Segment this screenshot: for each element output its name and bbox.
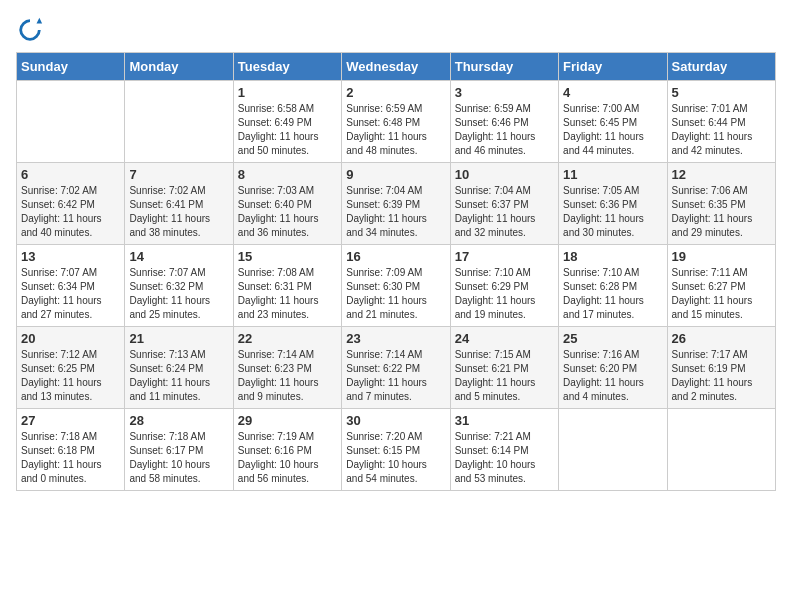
calendar-cell: 12Sunrise: 7:06 AM Sunset: 6:35 PM Dayli… xyxy=(667,163,775,245)
calendar-cell xyxy=(17,81,125,163)
day-info: Sunrise: 7:19 AM Sunset: 6:16 PM Dayligh… xyxy=(238,430,337,486)
day-info: Sunrise: 7:10 AM Sunset: 6:29 PM Dayligh… xyxy=(455,266,554,322)
calendar-cell: 11Sunrise: 7:05 AM Sunset: 6:36 PM Dayli… xyxy=(559,163,667,245)
calendar-cell: 19Sunrise: 7:11 AM Sunset: 6:27 PM Dayli… xyxy=(667,245,775,327)
day-number: 7 xyxy=(129,167,228,182)
calendar-cell: 15Sunrise: 7:08 AM Sunset: 6:31 PM Dayli… xyxy=(233,245,341,327)
day-number: 10 xyxy=(455,167,554,182)
calendar-cell: 7Sunrise: 7:02 AM Sunset: 6:41 PM Daylig… xyxy=(125,163,233,245)
day-number: 15 xyxy=(238,249,337,264)
calendar-cell: 5Sunrise: 7:01 AM Sunset: 6:44 PM Daylig… xyxy=(667,81,775,163)
weekday-header-monday: Monday xyxy=(125,53,233,81)
day-number: 2 xyxy=(346,85,445,100)
calendar-cell: 26Sunrise: 7:17 AM Sunset: 6:19 PM Dayli… xyxy=(667,327,775,409)
calendar-cell: 18Sunrise: 7:10 AM Sunset: 6:28 PM Dayli… xyxy=(559,245,667,327)
day-number: 28 xyxy=(129,413,228,428)
calendar-cell: 31Sunrise: 7:21 AM Sunset: 6:14 PM Dayli… xyxy=(450,409,558,491)
calendar-cell: 25Sunrise: 7:16 AM Sunset: 6:20 PM Dayli… xyxy=(559,327,667,409)
day-info: Sunrise: 7:15 AM Sunset: 6:21 PM Dayligh… xyxy=(455,348,554,404)
calendar-cell: 27Sunrise: 7:18 AM Sunset: 6:18 PM Dayli… xyxy=(17,409,125,491)
day-number: 6 xyxy=(21,167,120,182)
calendar-header: SundayMondayTuesdayWednesdayThursdayFrid… xyxy=(17,53,776,81)
calendar-week-4: 20Sunrise: 7:12 AM Sunset: 6:25 PM Dayli… xyxy=(17,327,776,409)
day-number: 23 xyxy=(346,331,445,346)
day-number: 19 xyxy=(672,249,771,264)
calendar-week-1: 1Sunrise: 6:58 AM Sunset: 6:49 PM Daylig… xyxy=(17,81,776,163)
day-info: Sunrise: 7:02 AM Sunset: 6:41 PM Dayligh… xyxy=(129,184,228,240)
calendar-cell: 22Sunrise: 7:14 AM Sunset: 6:23 PM Dayli… xyxy=(233,327,341,409)
day-number: 1 xyxy=(238,85,337,100)
calendar-cell: 23Sunrise: 7:14 AM Sunset: 6:22 PM Dayli… xyxy=(342,327,450,409)
calendar-cell: 3Sunrise: 6:59 AM Sunset: 6:46 PM Daylig… xyxy=(450,81,558,163)
day-number: 13 xyxy=(21,249,120,264)
calendar-cell: 16Sunrise: 7:09 AM Sunset: 6:30 PM Dayli… xyxy=(342,245,450,327)
calendar-cell: 10Sunrise: 7:04 AM Sunset: 6:37 PM Dayli… xyxy=(450,163,558,245)
calendar-week-5: 27Sunrise: 7:18 AM Sunset: 6:18 PM Dayli… xyxy=(17,409,776,491)
day-info: Sunrise: 7:13 AM Sunset: 6:24 PM Dayligh… xyxy=(129,348,228,404)
weekday-header-thursday: Thursday xyxy=(450,53,558,81)
calendar-cell: 20Sunrise: 7:12 AM Sunset: 6:25 PM Dayli… xyxy=(17,327,125,409)
day-number: 9 xyxy=(346,167,445,182)
day-number: 14 xyxy=(129,249,228,264)
day-info: Sunrise: 6:58 AM Sunset: 6:49 PM Dayligh… xyxy=(238,102,337,158)
day-info: Sunrise: 7:17 AM Sunset: 6:19 PM Dayligh… xyxy=(672,348,771,404)
day-number: 21 xyxy=(129,331,228,346)
day-info: Sunrise: 6:59 AM Sunset: 6:46 PM Dayligh… xyxy=(455,102,554,158)
day-info: Sunrise: 7:11 AM Sunset: 6:27 PM Dayligh… xyxy=(672,266,771,322)
day-number: 20 xyxy=(21,331,120,346)
day-info: Sunrise: 6:59 AM Sunset: 6:48 PM Dayligh… xyxy=(346,102,445,158)
logo xyxy=(16,16,48,44)
weekday-header-sunday: Sunday xyxy=(17,53,125,81)
day-info: Sunrise: 7:07 AM Sunset: 6:34 PM Dayligh… xyxy=(21,266,120,322)
calendar-cell: 13Sunrise: 7:07 AM Sunset: 6:34 PM Dayli… xyxy=(17,245,125,327)
calendar-cell: 14Sunrise: 7:07 AM Sunset: 6:32 PM Dayli… xyxy=(125,245,233,327)
day-info: Sunrise: 7:06 AM Sunset: 6:35 PM Dayligh… xyxy=(672,184,771,240)
weekday-header-tuesday: Tuesday xyxy=(233,53,341,81)
day-number: 16 xyxy=(346,249,445,264)
calendar-cell: 6Sunrise: 7:02 AM Sunset: 6:42 PM Daylig… xyxy=(17,163,125,245)
day-number: 27 xyxy=(21,413,120,428)
calendar-cell: 4Sunrise: 7:00 AM Sunset: 6:45 PM Daylig… xyxy=(559,81,667,163)
weekday-header-friday: Friday xyxy=(559,53,667,81)
calendar-cell xyxy=(559,409,667,491)
day-number: 18 xyxy=(563,249,662,264)
calendar-cell: 29Sunrise: 7:19 AM Sunset: 6:16 PM Dayli… xyxy=(233,409,341,491)
day-info: Sunrise: 7:08 AM Sunset: 6:31 PM Dayligh… xyxy=(238,266,337,322)
day-info: Sunrise: 7:09 AM Sunset: 6:30 PM Dayligh… xyxy=(346,266,445,322)
day-info: Sunrise: 7:18 AM Sunset: 6:17 PM Dayligh… xyxy=(129,430,228,486)
day-number: 12 xyxy=(672,167,771,182)
calendar-cell: 17Sunrise: 7:10 AM Sunset: 6:29 PM Dayli… xyxy=(450,245,558,327)
day-number: 3 xyxy=(455,85,554,100)
day-number: 11 xyxy=(563,167,662,182)
day-info: Sunrise: 7:21 AM Sunset: 6:14 PM Dayligh… xyxy=(455,430,554,486)
day-info: Sunrise: 7:02 AM Sunset: 6:42 PM Dayligh… xyxy=(21,184,120,240)
day-info: Sunrise: 7:16 AM Sunset: 6:20 PM Dayligh… xyxy=(563,348,662,404)
logo-icon xyxy=(16,16,44,44)
day-number: 25 xyxy=(563,331,662,346)
day-info: Sunrise: 7:04 AM Sunset: 6:37 PM Dayligh… xyxy=(455,184,554,240)
weekday-header-wednesday: Wednesday xyxy=(342,53,450,81)
calendar-table: SundayMondayTuesdayWednesdayThursdayFrid… xyxy=(16,52,776,491)
day-number: 22 xyxy=(238,331,337,346)
calendar-cell xyxy=(125,81,233,163)
day-info: Sunrise: 7:01 AM Sunset: 6:44 PM Dayligh… xyxy=(672,102,771,158)
calendar-cell: 24Sunrise: 7:15 AM Sunset: 6:21 PM Dayli… xyxy=(450,327,558,409)
day-number: 24 xyxy=(455,331,554,346)
calendar-cell: 2Sunrise: 6:59 AM Sunset: 6:48 PM Daylig… xyxy=(342,81,450,163)
day-number: 4 xyxy=(563,85,662,100)
day-info: Sunrise: 7:20 AM Sunset: 6:15 PM Dayligh… xyxy=(346,430,445,486)
calendar-body: 1Sunrise: 6:58 AM Sunset: 6:49 PM Daylig… xyxy=(17,81,776,491)
day-number: 5 xyxy=(672,85,771,100)
calendar-cell: 28Sunrise: 7:18 AM Sunset: 6:17 PM Dayli… xyxy=(125,409,233,491)
day-info: Sunrise: 7:05 AM Sunset: 6:36 PM Dayligh… xyxy=(563,184,662,240)
calendar-cell: 30Sunrise: 7:20 AM Sunset: 6:15 PM Dayli… xyxy=(342,409,450,491)
day-info: Sunrise: 7:14 AM Sunset: 6:23 PM Dayligh… xyxy=(238,348,337,404)
page-header xyxy=(16,16,776,44)
calendar-week-3: 13Sunrise: 7:07 AM Sunset: 6:34 PM Dayli… xyxy=(17,245,776,327)
calendar-cell: 1Sunrise: 6:58 AM Sunset: 6:49 PM Daylig… xyxy=(233,81,341,163)
day-info: Sunrise: 7:04 AM Sunset: 6:39 PM Dayligh… xyxy=(346,184,445,240)
day-number: 31 xyxy=(455,413,554,428)
day-info: Sunrise: 7:00 AM Sunset: 6:45 PM Dayligh… xyxy=(563,102,662,158)
calendar-cell: 8Sunrise: 7:03 AM Sunset: 6:40 PM Daylig… xyxy=(233,163,341,245)
day-info: Sunrise: 7:18 AM Sunset: 6:18 PM Dayligh… xyxy=(21,430,120,486)
